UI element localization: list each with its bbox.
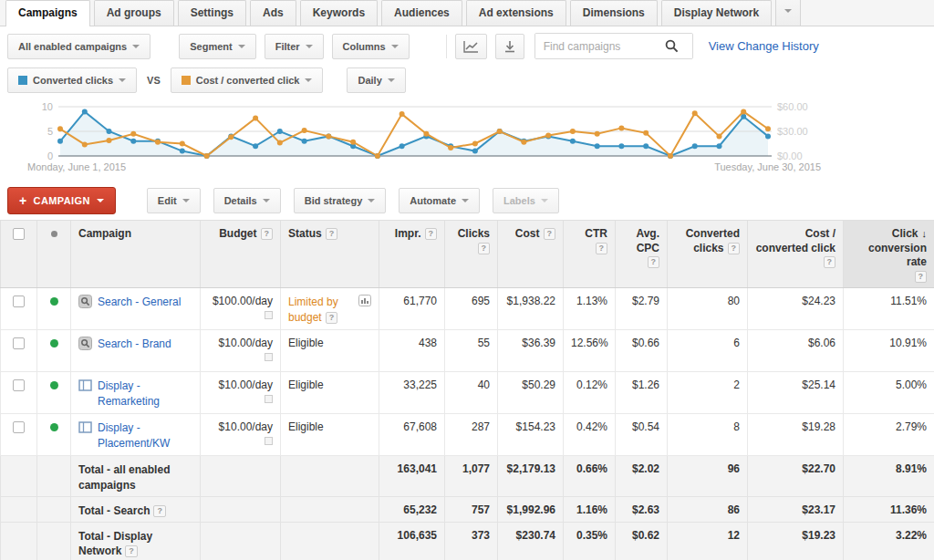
tab-ads[interactable]: Ads <box>250 0 296 26</box>
cell-click_conversion_rate: 11.51% <box>844 288 934 330</box>
budget-cell <box>201 496 281 522</box>
col-header-cost[interactable]: Cost? <box>498 221 564 288</box>
tab-ad-extensions[interactable]: Ad extensions <box>466 0 566 26</box>
help-icon[interactable]: ? <box>326 312 338 324</box>
find-campaigns-box <box>534 33 693 59</box>
col-header-ctr[interactable]: CTR? <box>564 221 616 288</box>
enabled-status-dot[interactable] <box>50 339 58 347</box>
row-checkbox[interactable] <box>13 296 25 307</box>
tab-display-network[interactable]: Display Network <box>661 0 772 26</box>
col-header-cost_per_converted_click[interactable]: Cost /converted click? <box>748 221 844 288</box>
col-header-status[interactable]: Status? <box>281 221 379 288</box>
tab-campaigns[interactable]: Campaigns <box>5 0 90 26</box>
col-header-click_conversion_rate[interactable]: Click↓conversion rate? <box>844 221 934 288</box>
download-button[interactable] <box>495 34 524 59</box>
metric1-selector[interactable]: Converted clicks <box>7 67 137 93</box>
toggle-graph-button[interactable] <box>455 34 487 59</box>
cell-click_conversion_rate: 2.79% <box>844 414 934 456</box>
cell-cost_per_converted_click: $25.14 <box>748 372 844 414</box>
help-icon[interactable]: ? <box>425 228 438 240</box>
select-cell <box>1 522 37 560</box>
segment-button[interactable]: Segment <box>179 34 255 59</box>
tab-keywords[interactable]: Keywords <box>300 0 378 26</box>
total-label: Total - Display Network? <box>78 529 192 558</box>
col-header-campaign[interactable]: Campaign <box>71 221 201 288</box>
help-icon[interactable]: ? <box>648 256 660 268</box>
edit-budget-icon[interactable] <box>265 311 273 319</box>
header-label: Campaign <box>78 227 192 242</box>
new-campaign-button[interactable]: + CAMPAIGN <box>7 187 116 214</box>
tab-settings[interactable]: Settings <box>178 0 246 26</box>
header-label: converted click <box>755 242 835 256</box>
cell-avg_cpc: $0.66 <box>616 330 668 372</box>
automate-button[interactable]: Automate <box>399 188 480 213</box>
filter-button[interactable]: Filter <box>265 34 324 59</box>
help-icon[interactable]: ? <box>728 243 741 254</box>
col-header-avg_cpc[interactable]: Avg.CPC? <box>616 221 668 288</box>
campaign-link[interactable]: Display - Remarketing <box>98 379 192 408</box>
budget-cell: $100.00/day <box>201 288 281 330</box>
cell-ctr: 12.56% <box>564 330 616 372</box>
details-button[interactable]: Details <box>213 188 281 213</box>
tab-ad-groups[interactable]: Ad groups <box>94 0 174 26</box>
svg-text:$30.00: $30.00 <box>777 126 808 137</box>
edit-button[interactable]: Edit <box>147 188 201 213</box>
help-icon[interactable]: ? <box>824 256 836 268</box>
col-header-converted_clicks[interactable]: Convertedclicks? <box>668 221 748 288</box>
col-header-budget[interactable]: Budget? <box>201 221 281 288</box>
help-icon[interactable]: ? <box>153 505 166 517</box>
col-header-state[interactable] <box>37 221 71 288</box>
campaign-link[interactable]: Search - General <box>98 295 181 309</box>
col-header-clicks[interactable]: Clicks? <box>445 221 498 288</box>
help-icon[interactable]: ? <box>125 545 138 557</box>
cell-click_conversion_rate: 5.00% <box>844 372 934 414</box>
more-tabs-button[interactable] <box>775 0 801 26</box>
campaign-link[interactable]: Search - Brand <box>98 337 171 351</box>
interval-selector[interactable]: Daily <box>347 67 405 93</box>
help-icon[interactable]: ? <box>596 243 608 254</box>
display-campaign-icon <box>78 379 92 392</box>
help-icon[interactable]: ? <box>261 228 274 240</box>
plus-icon: + <box>19 196 27 205</box>
cell-converted_clicks: 12 <box>668 522 748 560</box>
campaign-view-selector[interactable]: All enabled campaigns <box>7 34 150 59</box>
search-button[interactable] <box>652 34 692 58</box>
view-budget-chart-icon[interactable] <box>358 295 371 324</box>
col-header-impr[interactable]: Impr.? <box>379 221 445 288</box>
total-row-total-all-enabled-campaigns: Total - all enabled campaigns163,0411,07… <box>1 456 934 496</box>
view-change-history-link[interactable]: View Change History <box>709 39 819 53</box>
col-header-select[interactable] <box>1 221 37 288</box>
row-checkbox[interactable] <box>13 421 25 433</box>
tab-dimensions[interactable]: Dimensions <box>570 0 658 26</box>
cell-avg_cpc: $0.54 <box>616 414 668 456</box>
enabled-status-dot[interactable] <box>50 297 58 306</box>
performance-chart-area: 0$0.005$30.0010$60.00Monday, June 1, 201… <box>0 98 934 181</box>
svg-text:0: 0 <box>47 150 53 161</box>
filter-label: Filter <box>275 41 300 52</box>
search-campaign-icon <box>78 295 92 308</box>
edit-budget-icon[interactable] <box>265 395 273 403</box>
cell-converted_clicks: 8 <box>668 414 748 456</box>
search-input[interactable] <box>535 34 652 58</box>
metric2-selector[interactable]: Cost / converted click <box>171 67 324 93</box>
help-icon[interactable]: ? <box>478 243 491 254</box>
edit-budget-icon[interactable] <box>265 353 273 361</box>
bid-strategy-button[interactable]: Bid strategy <box>294 188 387 213</box>
help-icon[interactable]: ? <box>326 228 338 240</box>
cell-impr: 67,608 <box>379 414 445 456</box>
cell-converted_clicks: 96 <box>668 456 748 496</box>
cell-cost_per_converted_click: $19.23 <box>748 522 844 560</box>
help-icon[interactable]: ? <box>915 271 928 283</box>
edit-budget-icon[interactable] <box>265 437 273 445</box>
select-all-checkbox[interactable] <box>13 228 25 240</box>
row-checkbox[interactable] <box>13 379 25 391</box>
help-icon[interactable]: ? <box>544 228 556 240</box>
main-tabs: CampaignsAd groupsSettingsAdsKeywordsAud… <box>0 0 934 26</box>
columns-button[interactable]: Columns <box>332 34 410 59</box>
enabled-status-dot[interactable] <box>50 423 58 431</box>
enabled-status-dot[interactable] <box>50 381 58 389</box>
labels-button[interactable]: Labels <box>493 188 559 213</box>
campaign-link[interactable]: Display - Placement/KW <box>98 420 192 450</box>
row-checkbox[interactable] <box>13 337 25 349</box>
tab-audiences[interactable]: Audiences <box>381 0 462 26</box>
